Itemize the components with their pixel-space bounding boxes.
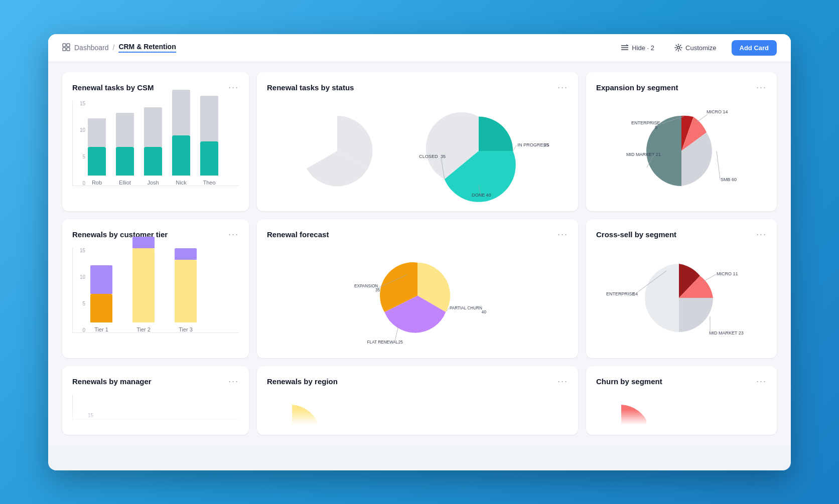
svg-text:8: 8 [655, 125, 657, 130]
svg-text:PARTIAL CHURN: PARTIAL CHURN [450, 305, 482, 310]
svg-line-22 [696, 114, 708, 122]
card-renewal-tasks-csm: Renewal tasks by CSM ··· 0 5 10 15 [62, 72, 249, 211]
card-renewal-forecast: Renewal forecast ··· [257, 219, 578, 358]
card-expansion-segment: Expansion by segment ··· [586, 72, 777, 211]
card-menu-crosssell[interactable]: ··· [756, 229, 767, 240]
header-actions: Hide · 2 Customize Add Card [616, 40, 777, 56]
card-header-status: Renewal tasks by status ··· [267, 82, 568, 93]
card-title-forecast: Renewal forecast [267, 230, 329, 239]
bar-chart-tier: 0 5 10 15 Tier [72, 248, 239, 348]
card-menu-churn[interactable]: ··· [756, 376, 767, 387]
svg-line-11 [513, 145, 516, 151]
svg-text:40: 40 [486, 193, 491, 198]
pie-forecast-svg: EXPANSION 35 PARTIAL CHURN 40 FLAT RENEW… [332, 245, 503, 351]
card-menu-tier[interactable]: ··· [228, 229, 239, 240]
breadcrumb-separator: / [113, 44, 115, 52]
card-churn-segment: Churn by segment ··· [586, 366, 777, 435]
card-menu-status[interactable]: ··· [557, 82, 568, 93]
card-menu-region[interactable]: ··· [557, 376, 568, 387]
card-title-expansion: Expansion by segment [596, 83, 678, 92]
card-header-region: Renewals by region ··· [267, 376, 568, 387]
card-header-forecast: Renewal forecast ··· [267, 229, 568, 240]
card-renewal-tasks-status: Renewal tasks by status ··· [257, 72, 578, 211]
svg-text:ENTERPRISE: ENTERPRISE [606, 291, 635, 296]
bar-group-tier3: Tier 3 [175, 248, 197, 332]
bar-chart-inner-tier: Tier 1 Tier 2 [72, 248, 239, 333]
svg-line-26 [717, 151, 720, 180]
hide-button[interactable]: Hide · 2 [616, 41, 659, 55]
svg-text:SMB 60: SMB 60 [721, 177, 737, 182]
svg-text:CLOSED: CLOSED [419, 153, 438, 158]
card-header-manager: Renewals by manager ··· [72, 376, 239, 387]
hide-icon [621, 44, 629, 52]
svg-text:MID MARKET 23: MID MARKET 23 [709, 330, 744, 335]
add-card-button[interactable]: Add Card [732, 40, 777, 56]
pie-container-forecast: EXPANSION 35 PARTIAL CHURN 40 FLAT RENEW… [267, 248, 568, 348]
gear-icon [674, 44, 682, 52]
svg-line-40 [704, 274, 716, 281]
card-header: Renewal tasks by CSM ··· [72, 82, 239, 93]
card-preview-region [267, 395, 568, 425]
bar-group-tier2: Tier 2 [132, 237, 155, 332]
svg-text:MID MARKET 21: MID MARKET 21 [626, 152, 661, 157]
bar-chart-csm: 0 5 10 15 Rob [72, 101, 239, 201]
bar-group-rob: Rob [88, 118, 106, 186]
svg-text:MICRO 11: MICRO 11 [717, 271, 738, 276]
pie-container-status: IN PROGRESS 25 CLOSED 35 DONE 40 [267, 101, 568, 201]
bar-group-elliot: Elliot [116, 113, 134, 186]
card-header-crosssell: Cross-sell by segment ··· [596, 229, 767, 240]
card-header-churn: Churn by segment ··· [596, 376, 767, 387]
card-title-status: Renewal tasks by status [267, 83, 354, 92]
breadcrumb: Dashboard / CRM & Retention [62, 43, 176, 53]
svg-text:MICRO 14: MICRO 14 [707, 109, 728, 114]
bar-top-rob [88, 147, 106, 176]
svg-text:40: 40 [482, 310, 487, 314]
card-title-crosssell: Cross-sell by segment [596, 230, 676, 239]
card-menu-renewal-tasks-csm[interactable]: ··· [228, 82, 239, 93]
card-menu-expansion[interactable]: ··· [756, 82, 767, 93]
svg-rect-0 [63, 44, 66, 47]
card-menu-forecast[interactable]: ··· [557, 229, 568, 240]
card-preview-manager: 15 [72, 395, 239, 425]
breadcrumb-home[interactable]: Dashboard [74, 44, 109, 52]
pie-status-svg: IN PROGRESS 25 CLOSED 35 DONE 40 [407, 98, 568, 204]
svg-rect-1 [67, 44, 70, 47]
pie-chart-status [267, 101, 407, 201]
pie-expansion-svg: ENTERPRISE 8 MICRO 14 MID MARKET 21 SMB … [596, 98, 767, 204]
pie-crosssell-svg: ENTERPRISE 14 MICRO 11 MID MARKET 23 [596, 245, 767, 351]
card-title-renewal-tasks-csm: Renewal tasks by CSM [72, 83, 154, 92]
card-preview-churn [596, 395, 767, 425]
svg-rect-3 [67, 48, 70, 51]
card-menu-manager[interactable]: ··· [228, 376, 239, 387]
bar-group-tier1: Tier 1 [90, 265, 112, 332]
bar-group-josh: Josh [144, 107, 162, 186]
card-header-expansion: Expansion by segment ··· [596, 82, 767, 93]
card-renewals-region: Renewals by region ··· [257, 366, 578, 435]
card-title-manager: Renewals by manager [72, 377, 152, 386]
y-axis-csm: 0 5 10 15 [72, 101, 85, 186]
svg-text:DONE: DONE [472, 193, 485, 198]
card-title-churn: Churn by segment [596, 377, 662, 386]
app-window: Dashboard / CRM & Retention Hide · 2 Cu [48, 34, 791, 470]
card-renewals-manager: Renewals by manager ··· 15 [62, 366, 249, 435]
svg-text:25: 25 [398, 340, 403, 345]
main-content: Renewal tasks by CSM ··· 0 5 10 15 [48, 62, 791, 445]
bar-bottom-rob [88, 118, 106, 147]
bar-group-nick: Nick [172, 90, 190, 186]
y-axis-tier: 0 5 10 15 [72, 248, 85, 333]
svg-point-8 [677, 47, 680, 49]
pie-region-preview [267, 395, 317, 425]
bar-group-theo: Theo [200, 96, 218, 186]
svg-text:FLAT RENEWAL: FLAT RENEWAL [367, 340, 398, 345]
card-crosssell-segment: Cross-sell by segment ··· [586, 219, 777, 358]
svg-text:35: 35 [375, 288, 380, 292]
pie-churn-preview [596, 395, 646, 425]
customize-label: Customize [685, 44, 716, 52]
pie-container-expansion: ENTERPRISE 8 MICRO 14 MID MARKET 21 SMB … [596, 101, 767, 201]
card-header-tier: Renewals by customer tier ··· [72, 229, 239, 240]
cards-grid: Renewal tasks by CSM ··· 0 5 10 15 [62, 72, 777, 435]
customize-button[interactable]: Customize [669, 41, 721, 55]
svg-text:EXPANSION: EXPANSION [354, 284, 378, 288]
card-renewals-tier: Renewals by customer tier ··· 0 5 10 15 [62, 219, 249, 358]
svg-text:25: 25 [543, 142, 548, 147]
